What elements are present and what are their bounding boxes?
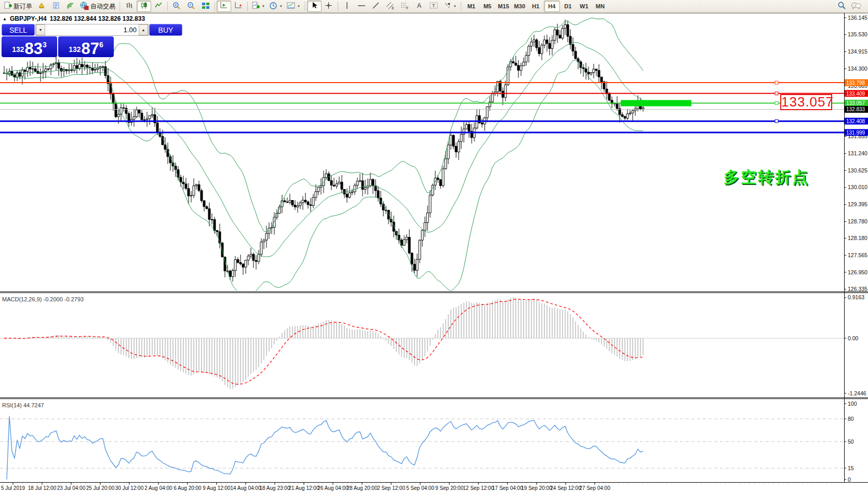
- bar-chart-icon: [126, 2, 133, 11]
- crosshair-tool-button[interactable]: [322, 1, 336, 12]
- chart-shift-button[interactable]: [231, 1, 246, 12]
- price-flag-label: 133.057: [846, 100, 865, 106]
- price-tick-label: 136.145: [848, 15, 867, 21]
- chat-icon: [851, 2, 861, 11]
- volume-increase-button[interactable]: ▲: [139, 24, 148, 35]
- line-handle[interactable]: [775, 119, 778, 123]
- price-flag-label: 132.833: [846, 107, 865, 112]
- fibonacci-tool-button[interactable]: F: [398, 1, 412, 12]
- autotrade-icon: [80, 2, 89, 11]
- timeframe-m5-button[interactable]: M5: [479, 1, 496, 12]
- rsi-tick-label: 0: [848, 476, 851, 483]
- time-tick-label: 25 Jul 20:00: [86, 485, 115, 491]
- zoom-in-button[interactable]: [169, 1, 184, 12]
- price-tick-label: 126.335: [848, 286, 867, 292]
- rsi-tick-label: 15: [848, 465, 854, 471]
- highlight-bar[interactable]: [621, 100, 691, 107]
- trendline-tool-button[interactable]: [369, 1, 383, 12]
- data-window-button[interactable]: [49, 1, 63, 12]
- periods-dropdown-caret[interactable]: ▼: [279, 5, 283, 8]
- buy-price-display[interactable]: 132876: [58, 36, 114, 57]
- price-tick-label: 134.915: [848, 48, 867, 55]
- svg-text:A: A: [417, 2, 421, 9]
- time-tick-label: 18 Jul 12:00: [28, 485, 57, 491]
- line-chart-button[interactable]: [151, 1, 166, 12]
- time-tick-label: 26 Aug 04:00: [318, 485, 349, 491]
- timeframe-h1-button[interactable]: H1: [528, 1, 544, 12]
- indicators-icon: [251, 2, 260, 11]
- signals-button[interactable]: [63, 1, 78, 12]
- sell-button[interactable]: SELL: [2, 24, 35, 36]
- price-tick-label: 130.625: [848, 167, 867, 174]
- timeframe-w1-button[interactable]: W1: [576, 1, 592, 12]
- chart-title: ▲ GBPJPY-,H4 132.826 132.844 132.826 132…: [3, 15, 145, 22]
- timeframe-h4-button[interactable]: H4: [544, 1, 560, 12]
- zoom-out-icon: [187, 2, 195, 11]
- cursor-icon: [311, 2, 318, 11]
- timeframe-group: M1M5M15M30H1H4D1W1MN: [463, 1, 608, 12]
- horizontal-line-icon: [357, 2, 366, 11]
- indicators-dropdown-caret[interactable]: ▼: [262, 5, 265, 8]
- timeframe-d1-button[interactable]: D1: [560, 1, 576, 12]
- timeframe-m15-button[interactable]: M15: [496, 1, 512, 12]
- horizontal-line-tool-button[interactable]: [354, 1, 369, 12]
- buy-price-big: 87: [82, 42, 99, 55]
- new-order-label: 新订单: [14, 2, 32, 11]
- auto-scroll-button[interactable]: [217, 1, 231, 12]
- templates-dropdown-caret[interactable]: ▼: [297, 5, 300, 8]
- arrows-dropdown-caret[interactable]: ▼: [453, 5, 457, 8]
- one-click-trading-panel: SELL ▼ ▲ BUY 132833 132876: [2, 24, 114, 57]
- chat-button[interactable]: [849, 1, 863, 12]
- tile-windows-button[interactable]: [198, 1, 213, 12]
- volume-decrease-button[interactable]: ▼: [36, 24, 45, 35]
- line-handle[interactable]: [775, 81, 778, 84]
- timeframe-mn-button[interactable]: MN: [592, 1, 608, 12]
- templates-icon: [287, 2, 295, 11]
- line-handle[interactable]: [775, 102, 778, 105]
- arrows-tool-button[interactable]: ▼: [442, 1, 459, 12]
- templates-button[interactable]: ▼: [285, 1, 302, 12]
- bar-chart-button[interactable]: [122, 1, 137, 12]
- equidistant-channel-tool-button[interactable]: E: [383, 1, 398, 12]
- zoom-out-button[interactable]: [184, 1, 198, 12]
- macd-layer: [4, 297, 643, 389]
- price-tick-label: 128.180: [848, 235, 867, 241]
- periods-button[interactable]: ▼: [267, 1, 285, 12]
- price-tick-label: 126.950: [848, 269, 867, 275]
- indicators-button[interactable]: ▼: [249, 1, 267, 12]
- equidistant-channel-icon: E: [386, 2, 395, 11]
- volume-control: ▼ ▲: [35, 24, 149, 36]
- rsi-layer: [7, 416, 643, 480]
- price-chart-svg[interactable]: 136.145135.530134.915134.300133.685131.8…: [0, 13, 868, 492]
- price-annotation-box[interactable]: 133.057: [780, 94, 832, 110]
- autotrade-button[interactable]: 自动交易: [78, 1, 117, 12]
- auto-scroll-icon: [220, 2, 228, 11]
- time-tick-label: 23 Jul 04:00: [57, 485, 86, 491]
- candlestick-chart-icon: [140, 2, 148, 11]
- sell-price-display[interactable]: 132833: [2, 36, 57, 57]
- timeframe-m30-button[interactable]: M30: [512, 1, 528, 12]
- macd-tick-label: 0.9163: [848, 294, 864, 300]
- macd-tick-label: 0.00: [848, 335, 859, 341]
- search-button[interactable]: [834, 1, 849, 12]
- market-watch-button[interactable]: [34, 1, 49, 12]
- time-tick-label: 17 Sep 04:00: [492, 485, 523, 491]
- panel-collapse-icon[interactable]: ▲: [3, 17, 7, 21]
- toolbar-separator: [338, 2, 338, 11]
- text-tool-button[interactable]: A: [412, 1, 427, 12]
- arrows-icon: [444, 2, 451, 11]
- vertical-line-tool-button[interactable]: [340, 1, 354, 12]
- candlestick-chart-button[interactable]: [137, 1, 151, 12]
- line-handle[interactable]: [775, 92, 778, 95]
- buy-button[interactable]: BUY: [149, 24, 182, 36]
- new-order-button[interactable]: 新订单: [2, 1, 34, 12]
- timeframe-m1-button[interactable]: M1: [463, 1, 479, 12]
- volume-input[interactable]: [45, 24, 139, 35]
- vertical-line-icon: [344, 2, 350, 11]
- trendline-icon: [372, 2, 380, 11]
- chart-shift-icon: [234, 2, 243, 11]
- cursor-tool-button[interactable]: [307, 1, 322, 12]
- chart-symbol-period: GBPJPY-,H4: [10, 15, 47, 22]
- text-label-tool-button[interactable]: T: [427, 1, 442, 12]
- svg-text:E: E: [392, 6, 394, 10]
